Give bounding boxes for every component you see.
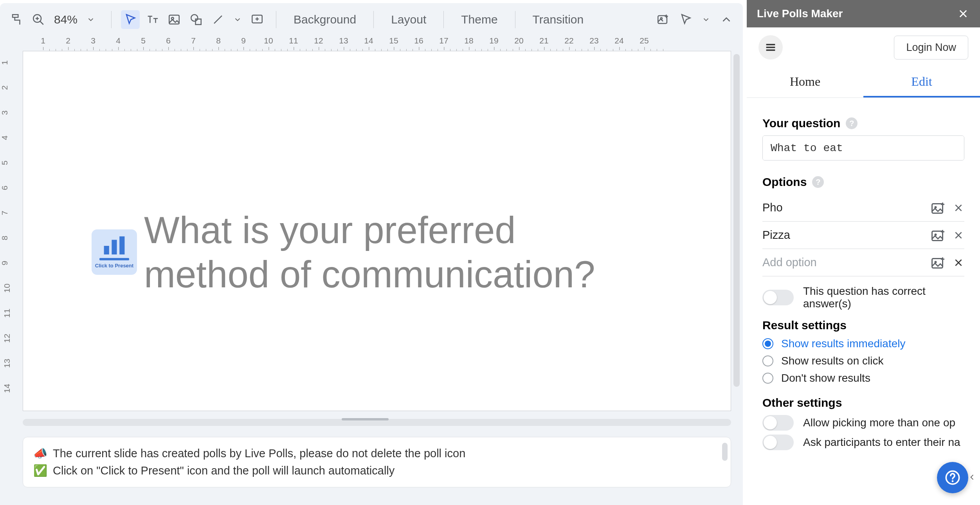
pointer-dropdown-icon[interactable] bbox=[699, 10, 713, 29]
check-icon: ✅ bbox=[33, 464, 47, 477]
poll-icon-label: Click to Present bbox=[95, 263, 133, 269]
result-radio-on-click[interactable]: Show results on click bbox=[762, 355, 964, 367]
radio-icon bbox=[762, 338, 773, 349]
svg-rect-4 bbox=[169, 15, 179, 24]
toolbar-separator bbox=[276, 11, 276, 28]
svg-rect-12 bbox=[658, 16, 667, 23]
horizontal-ruler: 1234567891011121314151617181920212223242… bbox=[19, 36, 743, 51]
option-row bbox=[762, 249, 964, 276]
clear-option-icon[interactable] bbox=[953, 257, 964, 269]
multi-pick-toggle-row: Allow picking more than one op bbox=[762, 415, 964, 431]
collapse-toolbar-icon[interactable] bbox=[717, 10, 736, 29]
zoom-icon[interactable] bbox=[29, 10, 48, 29]
svg-point-6 bbox=[191, 14, 198, 21]
notes-line-2: ✅Click on "Click to Present" icon and th… bbox=[33, 462, 721, 480]
help-icon[interactable]: ? bbox=[846, 117, 858, 129]
toolbar-separator bbox=[515, 11, 515, 28]
result-radio-dont-show[interactable]: Don't show results bbox=[762, 372, 964, 384]
megaphone-icon: 📣 bbox=[33, 447, 47, 460]
toolbar-separator bbox=[373, 11, 374, 28]
svg-rect-30 bbox=[932, 258, 943, 268]
background-button[interactable]: Background bbox=[286, 13, 364, 26]
panel-tabs: Home Edit bbox=[747, 67, 980, 98]
other-settings-label: Other settings bbox=[762, 396, 964, 409]
svg-rect-16 bbox=[119, 236, 124, 254]
correct-answer-label: This question has correct answer(s) bbox=[803, 285, 964, 310]
panel-header: Live Polls Maker bbox=[747, 0, 980, 27]
tab-home[interactable]: Home bbox=[747, 67, 863, 97]
zoom-level[interactable]: 84% bbox=[50, 13, 81, 26]
poll-present-icon[interactable]: Click to Present bbox=[92, 229, 137, 275]
option-row bbox=[762, 222, 964, 249]
shape-tool-icon[interactable] bbox=[187, 10, 205, 29]
svg-rect-26 bbox=[932, 231, 943, 240]
vertical-ruler: 1234567891011121314 bbox=[0, 51, 19, 505]
add-image-icon[interactable] bbox=[931, 202, 946, 214]
ask-names-label: Ask participants to enter their na bbox=[803, 436, 960, 449]
correct-answer-toggle-row: This question has correct answer(s) bbox=[762, 285, 964, 310]
close-panel-icon[interactable] bbox=[957, 7, 970, 20]
multi-pick-toggle[interactable] bbox=[762, 415, 794, 431]
image-tool-icon[interactable] bbox=[165, 10, 184, 29]
svg-rect-22 bbox=[932, 204, 943, 213]
tab-edit[interactable]: Edit bbox=[863, 67, 980, 97]
comment-tool-icon[interactable] bbox=[248, 10, 267, 29]
multi-pick-label: Allow picking more than one op bbox=[803, 417, 955, 429]
svg-line-8 bbox=[214, 16, 222, 23]
slide-title-text[interactable]: What is your preferred method of communi… bbox=[144, 208, 637, 297]
toolbar-separator bbox=[111, 11, 112, 28]
pointer-options-icon[interactable] bbox=[676, 10, 695, 29]
notes-scrollbar[interactable] bbox=[722, 443, 728, 461]
correct-answer-toggle[interactable] bbox=[762, 290, 794, 305]
question-section-label: Your question ? bbox=[762, 117, 964, 130]
svg-line-1 bbox=[40, 21, 43, 25]
insert-image-plus-icon[interactable] bbox=[654, 10, 672, 29]
textbox-tool-icon[interactable] bbox=[143, 10, 162, 29]
remove-option-icon[interactable] bbox=[953, 202, 964, 214]
add-option-input[interactable] bbox=[762, 253, 931, 272]
question-input[interactable] bbox=[762, 135, 964, 161]
add-image-icon[interactable] bbox=[931, 229, 946, 242]
svg-rect-15 bbox=[112, 240, 117, 254]
ask-names-toggle[interactable] bbox=[762, 435, 794, 450]
radio-icon bbox=[762, 373, 773, 384]
slide-canvas[interactable]: Click to Present What is your preferred … bbox=[23, 51, 731, 411]
editor-pane: 84% bbox=[0, 3, 743, 505]
help-fab-icon[interactable] bbox=[937, 462, 968, 493]
options-section-label: Options ? bbox=[762, 175, 964, 189]
select-tool-icon[interactable] bbox=[121, 10, 140, 29]
panel-title: Live Polls Maker bbox=[757, 7, 843, 20]
option-row bbox=[762, 194, 964, 222]
vertical-scrollbar[interactable] bbox=[733, 54, 740, 450]
menu-icon[interactable] bbox=[758, 35, 783, 60]
line-tool-icon[interactable] bbox=[209, 10, 227, 29]
svg-rect-14 bbox=[104, 246, 109, 254]
layout-button[interactable]: Layout bbox=[383, 13, 434, 26]
result-radio-immediate[interactable]: Show results immediately bbox=[762, 337, 964, 350]
theme-button[interactable]: Theme bbox=[453, 13, 505, 26]
panel-expand-icon[interactable] bbox=[967, 467, 978, 487]
notes-line-1: 📣The current slide has created polls by … bbox=[33, 445, 721, 462]
speaker-notes[interactable]: 📣The current slide has created polls by … bbox=[23, 437, 731, 487]
side-panel: Live Polls Maker Login Now Home Edit You… bbox=[747, 0, 980, 505]
poll-widget: Click to Present What is your preferred … bbox=[92, 208, 637, 297]
ask-names-toggle-row: Ask participants to enter their na bbox=[762, 435, 964, 450]
radio-icon bbox=[762, 355, 773, 366]
option-input-1[interactable] bbox=[762, 198, 931, 217]
add-image-icon[interactable] bbox=[931, 256, 946, 269]
login-button[interactable]: Login Now bbox=[894, 36, 968, 60]
toolbar: 84% bbox=[0, 3, 743, 36]
line-tool-dropdown-icon[interactable] bbox=[231, 10, 245, 29]
zoom-dropdown-icon[interactable] bbox=[84, 10, 98, 29]
horizontal-scrollbar[interactable] bbox=[23, 419, 731, 426]
result-settings-label: Result settings bbox=[762, 319, 964, 332]
option-input-2[interactable] bbox=[762, 225, 931, 245]
remove-option-icon[interactable] bbox=[953, 229, 964, 241]
svg-point-13 bbox=[661, 18, 662, 19]
toolbar-separator bbox=[443, 11, 444, 28]
paint-format-icon[interactable] bbox=[7, 10, 26, 29]
svg-rect-7 bbox=[196, 19, 201, 25]
svg-point-35 bbox=[952, 480, 954, 482]
transition-button[interactable]: Transition bbox=[525, 13, 592, 26]
help-icon[interactable]: ? bbox=[812, 176, 824, 188]
